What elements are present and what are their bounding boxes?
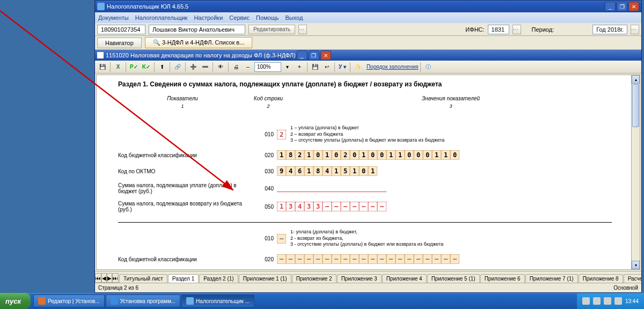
form-row: Код бюджетной классификации020 bbox=[118, 254, 612, 264]
scroll-up[interactable]: ▴ bbox=[632, 75, 640, 84]
page-tab[interactable]: Титульный лист bbox=[119, 274, 167, 283]
page-tab[interactable]: Приложение 2 bbox=[292, 274, 336, 283]
section-title: Раздел 1. Сведения о суммах налога, подл… bbox=[118, 80, 612, 88]
minimize-button[interactable]: _ bbox=[605, 2, 616, 11]
doc-minimize[interactable]: _ bbox=[297, 50, 308, 60]
nav-row: Навигатор 🔍 3-НДФЛ и 4-НДФЛ. Список в... bbox=[95, 36, 641, 50]
print-icon[interactable]: 🖨 bbox=[231, 62, 241, 72]
row-code: 050 bbox=[258, 204, 274, 210]
row-legend: 1 – уплата (доплата) в бюджет2 – возврат… bbox=[290, 125, 444, 144]
app-titlebar: Налогоплательщик ЮЛ 4.65.5 _ ❐ ✕ bbox=[95, 1, 641, 12]
page-indicator: Страница 2 из 6 bbox=[98, 285, 138, 291]
mode-indicator: Основной bbox=[613, 285, 638, 291]
page-tabs: ⏮ ◀ ▶ ⏭ Титульный листРаздел 1Раздел 2 (… bbox=[95, 271, 641, 283]
status-bar: Страница 2 из 6 Основной bbox=[95, 283, 641, 292]
navigator-tab[interactable]: Навигатор bbox=[97, 38, 142, 48]
tab-last[interactable]: ⏭ bbox=[112, 273, 119, 283]
plus-page-icon[interactable]: ➕ bbox=[188, 62, 199, 72]
period-label: Период: bbox=[532, 26, 554, 33]
scroll-thumb[interactable] bbox=[632, 84, 639, 127]
zoom-out-icon[interactable]: – bbox=[243, 62, 253, 72]
taskbar-item-2[interactable]: Установка программ... bbox=[106, 295, 180, 307]
form-row: 01021 – уплата (доплата) в бюджет2 – воз… bbox=[118, 125, 612, 144]
row-code: 030 bbox=[258, 168, 274, 174]
k-check-icon[interactable]: K✓ bbox=[141, 62, 152, 72]
row-code: 020 bbox=[258, 152, 274, 158]
app-title: Налогоплательщик ЮЛ 4.65.5 bbox=[107, 3, 188, 10]
ifns-field: 1831 bbox=[488, 25, 509, 34]
doc-maximize[interactable]: ❐ bbox=[309, 50, 319, 60]
row-code: 020 bbox=[258, 256, 274, 262]
menu-service[interactable]: Сервис bbox=[229, 14, 250, 21]
menubar: Документы Налогоплательщик Настройки Сер… bbox=[95, 12, 641, 23]
system-tray[interactable]: 13:44 bbox=[577, 293, 644, 309]
page-tab[interactable]: Приложение 7 (1) bbox=[525, 274, 578, 283]
menu-help[interactable]: Помощь bbox=[256, 14, 279, 21]
info-row: 180901027354 Лошаков Виктор Анатольевич … bbox=[95, 23, 641, 36]
exit-icon[interactable]: ↩ bbox=[321, 62, 332, 72]
tray-icon-4[interactable] bbox=[614, 297, 622, 305]
row-code: 010 bbox=[258, 131, 274, 137]
disk-icon[interactable]: 💾 bbox=[310, 62, 320, 72]
menu-documents[interactable]: Документы bbox=[98, 14, 129, 21]
tray-icon-1[interactable] bbox=[582, 297, 590, 305]
chain-icon[interactable]: 🔗 bbox=[172, 62, 183, 72]
excel-icon[interactable]: X bbox=[113, 62, 123, 72]
row-label: Код бюджетной классификации bbox=[118, 256, 258, 262]
zoom-field[interactable]: 100% bbox=[254, 62, 281, 72]
row-label: Сумма налога, подлежащая возврату из бюд… bbox=[118, 201, 258, 212]
start-button[interactable]: пуск bbox=[0, 293, 31, 309]
ifns-more[interactable]: … bbox=[513, 25, 521, 34]
tray-icon-3[interactable] bbox=[604, 297, 611, 305]
page-tab[interactable]: Приложение 3 bbox=[337, 274, 382, 283]
menu-settings[interactable]: Настройки bbox=[194, 14, 223, 21]
page-tab[interactable]: Раздел 2 (1) bbox=[199, 274, 238, 283]
form-row: Сумма налога, подлежащая возврату из бюд… bbox=[118, 201, 612, 212]
tab-next[interactable]: ▶ bbox=[107, 273, 112, 283]
zoom-in-icon[interactable]: + bbox=[294, 62, 305, 72]
close-button[interactable]: ✕ bbox=[628, 2, 639, 11]
row-legend: 1- уплата (доплата) в бюджет,2 - возврат… bbox=[290, 229, 443, 248]
clock: 13:44 bbox=[625, 298, 639, 304]
save-icon[interactable]: 💾 bbox=[97, 62, 108, 72]
more-button[interactable]: … bbox=[298, 25, 307, 34]
help-icon[interactable]: ⓘ bbox=[423, 62, 434, 72]
row-code: 040 bbox=[258, 186, 274, 192]
wand-icon[interactable]: ✨ bbox=[353, 62, 363, 72]
fill-order-link[interactable]: Порядок заполнения bbox=[367, 64, 419, 70]
list-tab[interactable]: 🔍 3-НДФЛ и 4-НДФЛ. Список в... bbox=[145, 37, 252, 48]
page-tab[interactable]: Приложение 8 bbox=[579, 274, 623, 283]
page-tab[interactable]: Приложение 1 (1) bbox=[239, 274, 291, 283]
menu-exit[interactable]: Выход bbox=[286, 14, 303, 21]
year-more[interactable]: … bbox=[631, 25, 639, 34]
page-tab[interactable]: Расчет к прил.1 bbox=[624, 274, 641, 283]
page-tab[interactable]: Приложение 4 bbox=[382, 274, 427, 283]
tray-icon-2[interactable] bbox=[593, 297, 601, 305]
maximize-button[interactable]: ❐ bbox=[617, 2, 627, 11]
page-tab[interactable]: Раздел 1 bbox=[168, 274, 199, 283]
row-label: Код бюджетной классификации bbox=[118, 152, 258, 158]
form-row: Код по ОКТМО03094618415101 bbox=[118, 166, 612, 176]
taskbar-item-1[interactable]: Редактор | Установ... bbox=[33, 295, 105, 307]
vertical-scrollbar[interactable]: ▴ ▾ bbox=[631, 75, 640, 269]
minus-page-icon[interactable]: ➖ bbox=[200, 62, 210, 72]
p-check-icon[interactable]: P✓ bbox=[128, 62, 140, 72]
tab-first[interactable]: ⏮ bbox=[95, 273, 101, 283]
upload-icon[interactable]: ⬆ bbox=[157, 62, 167, 72]
zoom-dropdown[interactable]: ▾ bbox=[282, 62, 293, 72]
page-tab[interactable]: Приложение 6 bbox=[480, 274, 525, 283]
edit-button[interactable]: Редактировать bbox=[248, 25, 295, 34]
tab-prev[interactable]: ◀ bbox=[101, 273, 107, 283]
page-tab[interactable]: Приложение 5 (1) bbox=[427, 274, 480, 283]
form-row: Сумма налога, подлежащая уплате (доплате… bbox=[118, 182, 612, 194]
menu-taxpayer[interactable]: Налогоплательщик bbox=[135, 14, 188, 21]
u-icon[interactable]: У ▾ bbox=[337, 62, 348, 72]
document-area: Раздел 1. Сведения о суммах налога, подл… bbox=[96, 75, 640, 270]
year-field: Год 2018г. bbox=[592, 25, 627, 34]
taskbar-item-3[interactable]: Налогоплательщик ... bbox=[181, 295, 254, 307]
doc-close[interactable]: ✕ bbox=[320, 50, 331, 60]
scroll-down[interactable]: ▾ bbox=[632, 261, 640, 269]
doc-icon bbox=[97, 52, 104, 58]
app-icon bbox=[97, 3, 105, 10]
find-icon[interactable]: 👁 bbox=[215, 62, 226, 72]
